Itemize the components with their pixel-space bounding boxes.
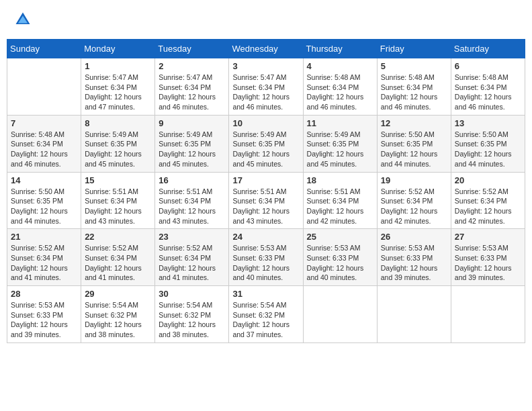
day-number: 5 <box>381 61 447 71</box>
calendar-header-saturday: Saturday <box>451 40 525 58</box>
day-number: 13 <box>455 118 521 128</box>
calendar-cell: 6Sunrise: 5:48 AMSunset: 6:34 PMDaylight… <box>451 58 525 116</box>
day-info: Sunrise: 5:53 AMSunset: 6:33 PMDaylight:… <box>11 300 77 340</box>
day-info: Sunrise: 5:53 AMSunset: 6:33 PMDaylight:… <box>307 243 373 283</box>
calendar-week-3: 14Sunrise: 5:50 AMSunset: 6:35 PMDayligh… <box>7 172 525 229</box>
calendar-cell: 4Sunrise: 5:48 AMSunset: 6:34 PMDaylight… <box>303 58 377 116</box>
calendar-cell: 27Sunrise: 5:53 AMSunset: 6:33 PMDayligh… <box>451 229 525 286</box>
calendar-week-1: 1Sunrise: 5:47 AMSunset: 6:34 PMDaylight… <box>7 58 525 116</box>
day-number: 27 <box>455 232 521 242</box>
calendar-header-row: SundayMondayTuesdayWednesdayThursdayFrid… <box>7 40 525 58</box>
day-info: Sunrise: 5:53 AMSunset: 6:33 PMDaylight:… <box>381 243 447 283</box>
day-number: 19 <box>381 175 447 185</box>
day-info: Sunrise: 5:49 AMSunset: 6:35 PMDaylight:… <box>232 130 299 169</box>
calendar-header-tuesday: Tuesday <box>155 40 229 58</box>
day-info: Sunrise: 5:48 AMSunset: 6:34 PMDaylight:… <box>307 73 373 112</box>
day-number: 30 <box>159 289 225 299</box>
calendar-cell: 15Sunrise: 5:51 AMSunset: 6:34 PMDayligh… <box>81 172 155 229</box>
day-number: 9 <box>159 118 225 128</box>
logo <box>13 10 35 29</box>
calendar-cell: 12Sunrise: 5:50 AMSunset: 6:35 PMDayligh… <box>377 115 451 172</box>
calendar-cell: 25Sunrise: 5:53 AMSunset: 6:33 PMDayligh… <box>303 229 377 286</box>
calendar-cell: 16Sunrise: 5:51 AMSunset: 6:34 PMDayligh… <box>155 172 229 229</box>
calendar-cell: 1Sunrise: 5:47 AMSunset: 6:34 PMDaylight… <box>81 58 155 116</box>
day-number: 3 <box>232 61 299 71</box>
day-info: Sunrise: 5:47 AMSunset: 6:34 PMDaylight:… <box>232 73 299 112</box>
day-number: 1 <box>85 61 151 71</box>
calendar-cell: 5Sunrise: 5:48 AMSunset: 6:34 PMDaylight… <box>377 58 451 116</box>
calendar-cell: 17Sunrise: 5:51 AMSunset: 6:34 PMDayligh… <box>229 172 303 229</box>
day-number: 29 <box>85 289 151 299</box>
calendar-cell: 21Sunrise: 5:52 AMSunset: 6:34 PMDayligh… <box>7 229 81 286</box>
calendar: SundayMondayTuesdayWednesdayThursdayFrid… <box>7 39 525 343</box>
day-number: 10 <box>232 118 299 128</box>
day-number: 11 <box>307 118 373 128</box>
calendar-cell: 26Sunrise: 5:53 AMSunset: 6:33 PMDayligh… <box>377 229 451 286</box>
day-number: 23 <box>159 232 225 242</box>
day-number: 24 <box>232 232 299 242</box>
calendar-header-friday: Friday <box>377 40 451 58</box>
day-info: Sunrise: 5:54 AMSunset: 6:32 PMDaylight:… <box>159 300 225 340</box>
calendar-week-2: 7Sunrise: 5:48 AMSunset: 6:34 PMDaylight… <box>7 115 525 172</box>
day-number: 21 <box>11 232 77 242</box>
day-number: 6 <box>455 61 521 71</box>
day-number: 16 <box>159 175 225 185</box>
day-number: 26 <box>381 232 447 242</box>
calendar-cell: 29Sunrise: 5:54 AMSunset: 6:32 PMDayligh… <box>81 286 155 343</box>
calendar-header-monday: Monday <box>81 40 155 58</box>
day-info: Sunrise: 5:52 AMSunset: 6:34 PMDaylight:… <box>455 187 521 226</box>
calendar-cell: 18Sunrise: 5:51 AMSunset: 6:34 PMDayligh… <box>303 172 377 229</box>
calendar-cell: 19Sunrise: 5:52 AMSunset: 6:34 PMDayligh… <box>377 172 451 229</box>
day-info: Sunrise: 5:53 AMSunset: 6:33 PMDaylight:… <box>455 243 521 283</box>
day-number: 7 <box>11 118 77 128</box>
day-info: Sunrise: 5:49 AMSunset: 6:35 PMDaylight:… <box>307 130 373 169</box>
day-info: Sunrise: 5:48 AMSunset: 6:34 PMDaylight:… <box>11 130 77 169</box>
calendar-cell: 28Sunrise: 5:53 AMSunset: 6:33 PMDayligh… <box>7 286 81 343</box>
day-info: Sunrise: 5:54 AMSunset: 6:32 PMDaylight:… <box>232 300 299 340</box>
day-info: Sunrise: 5:52 AMSunset: 6:34 PMDaylight:… <box>159 243 225 283</box>
day-info: Sunrise: 5:50 AMSunset: 6:35 PMDaylight:… <box>381 130 447 169</box>
calendar-cell: 31Sunrise: 5:54 AMSunset: 6:32 PMDayligh… <box>229 286 303 343</box>
calendar-cell: 11Sunrise: 5:49 AMSunset: 6:35 PMDayligh… <box>303 115 377 172</box>
calendar-cell: 14Sunrise: 5:50 AMSunset: 6:35 PMDayligh… <box>7 172 81 229</box>
day-info: Sunrise: 5:51 AMSunset: 6:34 PMDaylight:… <box>232 187 299 226</box>
day-number: 31 <box>232 289 299 299</box>
calendar-cell: 9Sunrise: 5:49 AMSunset: 6:35 PMDaylight… <box>155 115 229 172</box>
day-info: Sunrise: 5:51 AMSunset: 6:34 PMDaylight:… <box>307 187 373 226</box>
calendar-cell: 3Sunrise: 5:47 AMSunset: 6:34 PMDaylight… <box>229 58 303 116</box>
day-info: Sunrise: 5:47 AMSunset: 6:34 PMDaylight:… <box>159 73 225 112</box>
calendar-header-sunday: Sunday <box>7 40 81 58</box>
day-number: 17 <box>232 175 299 185</box>
calendar-cell: 22Sunrise: 5:52 AMSunset: 6:34 PMDayligh… <box>81 229 155 286</box>
day-info: Sunrise: 5:54 AMSunset: 6:32 PMDaylight:… <box>85 300 151 340</box>
day-info: Sunrise: 5:47 AMSunset: 6:34 PMDaylight:… <box>85 73 151 112</box>
calendar-body: 1Sunrise: 5:47 AMSunset: 6:34 PMDaylight… <box>7 58 525 343</box>
day-number: 22 <box>85 232 151 242</box>
calendar-cell: 7Sunrise: 5:48 AMSunset: 6:34 PMDaylight… <box>7 115 81 172</box>
day-number: 28 <box>11 289 77 299</box>
calendar-cell: 24Sunrise: 5:53 AMSunset: 6:33 PMDayligh… <box>229 229 303 286</box>
day-number: 20 <box>455 175 521 185</box>
calendar-cell: 30Sunrise: 5:54 AMSunset: 6:32 PMDayligh… <box>155 286 229 343</box>
day-number: 4 <box>307 61 373 71</box>
calendar-cell <box>303 286 377 343</box>
day-info: Sunrise: 5:48 AMSunset: 6:34 PMDaylight:… <box>381 73 447 112</box>
calendar-cell <box>377 286 451 343</box>
day-info: Sunrise: 5:51 AMSunset: 6:34 PMDaylight:… <box>159 187 225 226</box>
day-info: Sunrise: 5:49 AMSunset: 6:35 PMDaylight:… <box>85 130 151 169</box>
calendar-cell: 10Sunrise: 5:49 AMSunset: 6:35 PMDayligh… <box>229 115 303 172</box>
calendar-cell: 20Sunrise: 5:52 AMSunset: 6:34 PMDayligh… <box>451 172 525 229</box>
day-number: 14 <box>11 175 77 185</box>
day-info: Sunrise: 5:53 AMSunset: 6:33 PMDaylight:… <box>232 243 299 283</box>
day-info: Sunrise: 5:51 AMSunset: 6:34 PMDaylight:… <box>85 187 151 226</box>
day-info: Sunrise: 5:52 AMSunset: 6:34 PMDaylight:… <box>381 187 447 226</box>
header <box>7 7 525 32</box>
day-info: Sunrise: 5:52 AMSunset: 6:34 PMDaylight:… <box>11 243 77 283</box>
calendar-cell <box>451 286 525 343</box>
calendar-cell: 8Sunrise: 5:49 AMSunset: 6:35 PMDaylight… <box>81 115 155 172</box>
day-number: 8 <box>85 118 151 128</box>
calendar-cell: 2Sunrise: 5:47 AMSunset: 6:34 PMDaylight… <box>155 58 229 116</box>
calendar-cell: 23Sunrise: 5:52 AMSunset: 6:34 PMDayligh… <box>155 229 229 286</box>
day-info: Sunrise: 5:50 AMSunset: 6:35 PMDaylight:… <box>11 187 77 226</box>
day-number: 15 <box>85 175 151 185</box>
